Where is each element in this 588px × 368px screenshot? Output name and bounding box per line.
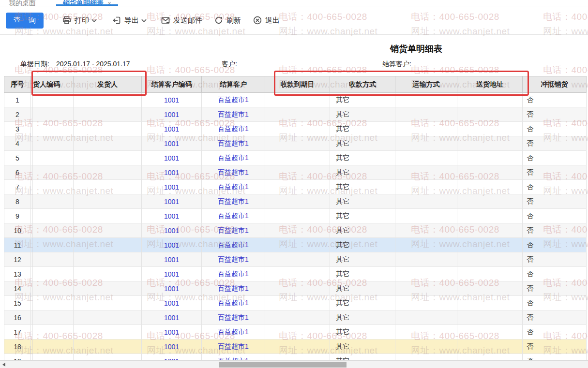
query-button[interactable]: 查 询 bbox=[6, 13, 44, 29]
refresh-button[interactable]: 刷新 bbox=[214, 15, 241, 25]
mail-icon bbox=[161, 15, 170, 25]
table-row[interactable]: 5 1001 百益超市1 其它 否 bbox=[4, 151, 587, 165]
cell-settle-customer-link[interactable]: 百益超市1 bbox=[202, 107, 265, 122]
cell-due-date bbox=[265, 325, 330, 339]
table-row[interactable]: 6 1001 百益超市1 其它 否 bbox=[4, 165, 587, 180]
cell-settle-code-link[interactable]: 1001 bbox=[142, 194, 202, 209]
table-row[interactable]: 13 1001 百益超市1 其它 否 bbox=[4, 267, 587, 281]
cell-settle-code-link[interactable]: 1001 bbox=[142, 252, 202, 267]
cell-payment: 其它 bbox=[330, 107, 395, 122]
scrollbar-thumb[interactable] bbox=[219, 362, 347, 368]
cell-due-date bbox=[265, 223, 330, 238]
exit-circle-x-icon bbox=[253, 15, 262, 25]
col-header-settle-customer[interactable]: 结算客户 bbox=[202, 76, 265, 93]
cell-settle-code-link[interactable]: 1001 bbox=[142, 238, 202, 252]
cell-sender bbox=[74, 107, 142, 122]
cell-settle-code-link[interactable]: 1001 bbox=[142, 296, 202, 310]
table-row[interactable]: 15 1001 百益超市1 其它 否 bbox=[4, 296, 587, 310]
cell-settle-customer-link[interactable]: 百益超市1 bbox=[202, 165, 265, 180]
table-row[interactable]: 9 1001 百益超市1 其它 否 bbox=[4, 209, 587, 223]
col-header-settle-code[interactable]: 结算客户编码 bbox=[142, 76, 202, 93]
horizontal-scrollbar[interactable] bbox=[0, 360, 588, 368]
col-header-sender[interactable]: 发货人 bbox=[74, 76, 142, 93]
cell-settle-code-link[interactable]: 1001 bbox=[142, 136, 202, 151]
cell-settle-customer-link[interactable]: 百益超市1 bbox=[202, 223, 265, 238]
cell-settle-code-link[interactable]: 1001 bbox=[142, 325, 202, 339]
col-header-offset-sale[interactable]: 冲抵销货 bbox=[523, 76, 587, 93]
tab-sales-report[interactable]: 销货单明细表 × bbox=[56, 0, 118, 6]
cell-seq: 3 bbox=[4, 122, 31, 136]
tab-my-desktop[interactable]: 我的桌面 bbox=[9, 0, 36, 6]
cell-settle-code-link[interactable]: 1001 bbox=[142, 93, 202, 107]
cell-sender-code bbox=[32, 325, 74, 339]
cell-settle-customer-link[interactable]: 百益超市1 bbox=[202, 267, 265, 281]
cell-settle-customer-link[interactable]: 百益超市1 bbox=[202, 296, 265, 310]
cell-settle-code-link[interactable]: 1001 bbox=[142, 107, 202, 122]
cell-settle-customer-link[interactable]: 百益超市1 bbox=[202, 151, 265, 165]
print-button[interactable]: 打印 bbox=[62, 15, 97, 25]
cell-settle-code-link[interactable]: 1001 bbox=[142, 122, 202, 136]
table-row[interactable]: 8 1001 百益超市1 其它 否 bbox=[4, 194, 587, 209]
cell-settle-code-link[interactable]: 1001 bbox=[142, 223, 202, 238]
scroll-left-arrow-icon[interactable] bbox=[2, 363, 5, 367]
cell-settle-customer-link[interactable]: 百益超市1 bbox=[202, 252, 265, 267]
export-button[interactable]: 导出 bbox=[112, 15, 147, 25]
cell-settle-customer-link[interactable]: 百益超市1 bbox=[202, 325, 265, 339]
cell-transport bbox=[395, 165, 457, 180]
cell-due-date bbox=[265, 165, 330, 180]
table-row[interactable]: 3 1001 百益超市1 其它 否 bbox=[4, 122, 587, 136]
cell-transport bbox=[395, 223, 457, 238]
table-row[interactable]: 18 1001 百益超市1 其它 否 bbox=[4, 339, 587, 354]
cell-seq: 2 bbox=[4, 107, 31, 122]
table-row[interactable]: 17 1001 百益超市1 其它 否 bbox=[4, 325, 587, 339]
cell-settle-code-link[interactable]: 1001 bbox=[142, 165, 202, 180]
col-header-address[interactable]: 送货地址 bbox=[457, 76, 523, 93]
cell-settle-customer-link[interactable]: 百益超市1 bbox=[202, 180, 265, 194]
cell-settle-code-link[interactable]: 1001 bbox=[142, 180, 202, 194]
cell-settle-code-link[interactable]: 1001 bbox=[142, 281, 202, 296]
cell-sender bbox=[74, 223, 142, 238]
cell-sender-code bbox=[32, 238, 74, 252]
cell-settle-code-link[interactable]: 1001 bbox=[142, 310, 202, 325]
cell-offset-sale: 否 bbox=[523, 194, 587, 209]
table-row[interactable]: 2 1001 百益超市1 其它 否 bbox=[4, 107, 587, 122]
exit-button[interactable]: 退出 bbox=[253, 15, 280, 25]
cell-settle-customer-link[interactable]: 百益超市1 bbox=[202, 310, 265, 325]
col-header-transport[interactable]: 运输方式 bbox=[395, 76, 457, 93]
cell-settle-customer-link[interactable]: 百益超市1 bbox=[202, 93, 265, 107]
cell-settle-customer-link[interactable]: 百益超市1 bbox=[202, 194, 265, 209]
cell-settle-customer-link[interactable]: 百益超市1 bbox=[202, 209, 265, 223]
cell-settle-customer-link[interactable]: 百益超市1 bbox=[202, 339, 265, 354]
cell-settle-code-link[interactable]: 1001 bbox=[142, 209, 202, 223]
cell-due-date bbox=[265, 238, 330, 252]
cell-settle-customer-link[interactable]: 百益超市1 bbox=[202, 136, 265, 151]
table-row[interactable]: 1 1001 百益超市1 其它 否 bbox=[4, 93, 587, 107]
cell-payment: 其它 bbox=[330, 325, 395, 339]
col-header-sender-code[interactable]: 货人编码 bbox=[32, 76, 74, 93]
table-row[interactable]: 14 1001 百益超市1 其它 否 bbox=[4, 281, 587, 296]
cell-due-date bbox=[265, 296, 330, 310]
cell-settle-customer-link[interactable]: 百益超市1 bbox=[202, 122, 265, 136]
table-row[interactable]: 11 1001 百益超市1 其它 否 bbox=[4, 238, 587, 252]
cell-address bbox=[457, 180, 523, 194]
table-row[interactable]: 12 1001 百益超市1 其它 否 bbox=[4, 252, 587, 267]
table-row[interactable]: 4 1001 百益超市1 其它 否 bbox=[4, 136, 587, 151]
table-row[interactable]: 16 1001 百益超市1 其它 否 bbox=[4, 310, 587, 325]
chevron-down-icon bbox=[91, 18, 97, 23]
cell-sender-code bbox=[32, 107, 74, 122]
cell-sender bbox=[74, 136, 142, 151]
cell-settle-code-link[interactable]: 1001 bbox=[142, 339, 202, 354]
cell-sender-code bbox=[32, 310, 74, 325]
cell-settle-customer-link[interactable]: 百益超市1 bbox=[202, 281, 265, 296]
col-header-seq[interactable]: 序号 bbox=[4, 76, 31, 93]
cell-settle-customer-link[interactable]: 百益超市1 bbox=[202, 238, 265, 252]
table-row[interactable]: 10 1001 百益超市1 其它 否 bbox=[4, 223, 587, 238]
cell-settle-code-link[interactable]: 1001 bbox=[142, 151, 202, 165]
cell-settle-code-link[interactable]: 1001 bbox=[142, 267, 202, 281]
cell-offset-sale: 否 bbox=[523, 151, 587, 165]
table-row[interactable]: 7 1001 百益超市1 其它 否 bbox=[4, 180, 587, 194]
send-mail-button[interactable]: 发送邮件 bbox=[161, 15, 202, 25]
cell-sender bbox=[74, 180, 142, 194]
col-header-due-date[interactable]: 收款到期日 bbox=[265, 76, 330, 93]
col-header-payment[interactable]: 收款方式 bbox=[330, 76, 395, 93]
